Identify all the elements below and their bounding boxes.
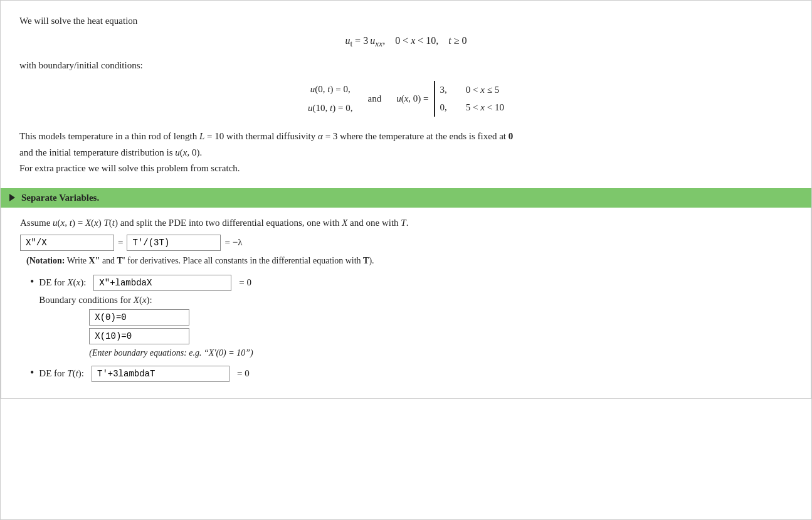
de-x-label: DE for X(x):	[39, 277, 86, 288]
desc-line3: For extra practice we will solve this pr…	[19, 161, 793, 177]
bc-x-row1	[89, 309, 255, 326]
de-x-item: • DE for X(x): = 0 Boundary conditions f…	[30, 275, 792, 358]
description-block: This models temperature in a thin rod of…	[19, 129, 793, 177]
bullet-dot-t: •	[30, 366, 34, 380]
de-x-content: DE for X(x): = 0 Boundary conditions for…	[39, 275, 255, 358]
intro-line1: We will solve the heat equation	[19, 16, 137, 26]
bc-right: u(x, 0) = 3, 0 < x ≤ 5 0, 5 < x < 10	[396, 81, 504, 117]
notation-text: (Notation: Write X" and T' for derivativ…	[20, 256, 792, 266]
bc-case2: 0, 5 < x < 10	[440, 98, 504, 117]
de-x-input[interactable]	[93, 275, 231, 291]
page-container: We will solve the heat equation ut = 3 u…	[0, 0, 812, 520]
boundary-conditions-block: u(0, t) = 0, u(10, t) = 0, and u(x, 0) =…	[19, 80, 793, 117]
bullet-section: • DE for X(x): = 0 Boundary conditions f…	[30, 275, 792, 385]
intro-text: We will solve the heat equation	[19, 16, 793, 26]
bullet-dot-x: •	[30, 275, 34, 289]
de-t-label: DE for T(t):	[39, 368, 84, 379]
bc-case1: 3, 0 < x ≤ 5	[440, 81, 504, 99]
section-header[interactable]: Separate Variables.	[1, 188, 811, 208]
main-equation: ut = 3 uxx, 0 < x < 10, t ≥ 0	[19, 35, 793, 49]
ode-eq-label-2: = −λ	[221, 237, 246, 248]
bc-note: (Enter boundary equations: e.g. “X′(0) =…	[89, 348, 255, 358]
main-eq-text: ut = 3 uxx, 0 < x < 10, t ≥ 0	[345, 35, 467, 46]
ode-eq-label-1: =	[114, 237, 127, 248]
bc-left: u(0, t) = 0, u(10, t) = 0,	[308, 80, 352, 117]
bc-x-input-1[interactable]	[89, 309, 189, 326]
bc-x-input-2[interactable]	[89, 328, 189, 344]
bc-brace-system: 3, 0 < x ≤ 5 0, 5 < x < 10	[434, 81, 504, 117]
bc-x-label: Boundary conditions for X(x):	[39, 295, 255, 305]
assume-text: Assume u(x, t) = X(x) T(t) and split the…	[20, 218, 792, 228]
de-x-eq: = 0	[235, 277, 255, 288]
de-t-item: • DE for T(t): = 0	[30, 366, 792, 385]
bc-x-inputs	[89, 309, 255, 344]
ode-input-xx[interactable]	[20, 235, 114, 251]
de-t-eq: = 0	[233, 368, 253, 379]
bc-and-label: and	[367, 93, 381, 104]
desc-line1: This models temperature in a thin rod of…	[19, 129, 793, 145]
de-x-row: DE for X(x): = 0	[39, 275, 255, 291]
bc-x-row2	[89, 328, 255, 344]
section-title: Separate Variables.	[21, 193, 99, 203]
section-body: Assume u(x, t) = X(x) T(t) and split the…	[1, 208, 811, 399]
desc-line2: and the initial temperature distribution…	[19, 145, 793, 161]
de-t-input[interactable]	[92, 366, 229, 382]
collapse-triangle-icon	[9, 194, 15, 201]
de-t-row: DE for T(t): = 0	[39, 366, 253, 382]
ode-input-t[interactable]	[127, 235, 221, 251]
ode-separation-row: = = −λ	[20, 235, 792, 251]
boundary-intro: with boundary/initial conditions:	[19, 60, 793, 71]
